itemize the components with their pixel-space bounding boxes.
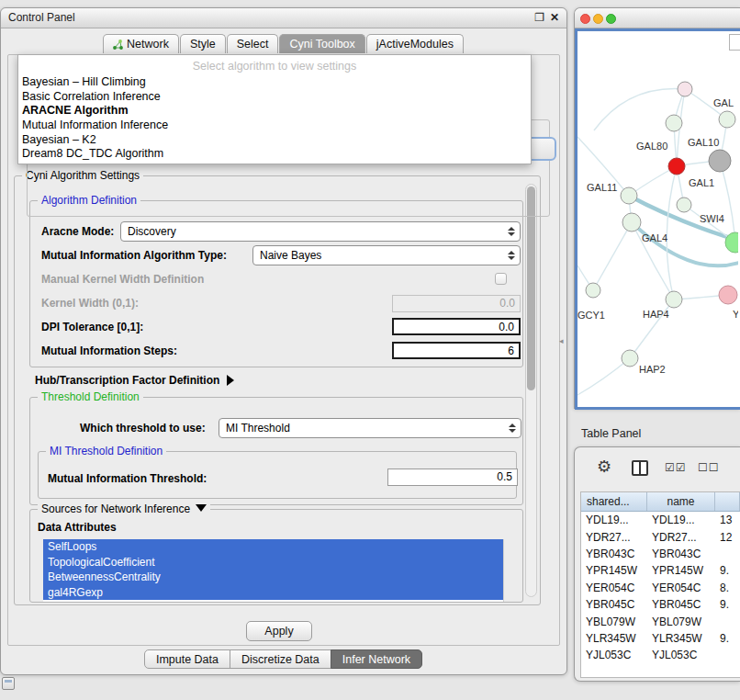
attribute-item-betweennesscentrality[interactable]: BetweennessCentrality xyxy=(43,570,503,585)
tab-cyni-toolbox[interactable]: Cyni Toolbox xyxy=(279,34,364,53)
algo-option-aracne-algorithm[interactable]: ARACNE Algorithm xyxy=(18,104,531,119)
minimized-panel-icon[interactable] xyxy=(2,677,15,690)
network-node[interactable] xyxy=(666,291,682,308)
aracne-mode-select[interactable]: Discovery xyxy=(120,221,521,242)
table-row[interactable]: YDR27...YDR27...12 xyxy=(581,528,740,545)
mi-algorithm-type-select[interactable]: Naive Bayes xyxy=(252,245,521,265)
table-cell[interactable]: YBL079W xyxy=(581,615,647,628)
float-window-icon[interactable]: ❐ xyxy=(534,11,544,25)
network-node[interactable] xyxy=(621,187,637,204)
settings-scrollbar-thumb[interactable] xyxy=(527,186,535,390)
close-window-icon[interactable]: ✕ xyxy=(550,11,559,25)
which-threshold-select[interactable]: MI Threshold xyxy=(219,418,521,438)
table-cell[interactable]: 9. xyxy=(715,598,740,611)
apply-button[interactable]: Apply xyxy=(246,621,312,641)
table-cell[interactable]: 9. xyxy=(715,632,740,645)
network-node[interactable] xyxy=(622,350,638,367)
table-cell[interactable]: YBL079W xyxy=(647,615,715,628)
network-window-titlebar[interactable] xyxy=(575,8,740,28)
network-node[interactable] xyxy=(719,111,735,128)
table-cell[interactable]: 9. xyxy=(715,564,740,577)
mi-threshold-field[interactable]: 0.5 xyxy=(387,469,518,486)
network-node[interactable] xyxy=(719,286,737,304)
network-view-window: GALGAL80GAL10GAL11GAL1SWI4GAL4GCY1HAP4YH… xyxy=(574,7,740,409)
table-cell[interactable]: YBR045C xyxy=(581,598,647,611)
table-cell[interactable]: YDL19... xyxy=(647,514,715,526)
table-row[interactable]: YBL079WYBL079W xyxy=(581,613,740,629)
bottom-tab-impute-data[interactable]: Impute Data xyxy=(144,649,230,669)
table-cell[interactable]: YDL19... xyxy=(581,514,647,526)
attribute-item-topologicalcoefficient[interactable]: TopologicalCoefficient xyxy=(43,555,503,570)
network-node[interactable] xyxy=(666,115,682,131)
table-cell[interactable]: YDR27... xyxy=(581,531,647,544)
table-cell[interactable]: YDR27... xyxy=(647,531,715,544)
table-row[interactable]: YLR345WYLR345W9. xyxy=(581,630,740,647)
select-all-columns-icon[interactable]: ☑☑ xyxy=(665,461,687,474)
deselect-all-columns-icon[interactable]: ☐☐ xyxy=(698,461,720,474)
tab-style[interactable]: Style xyxy=(180,34,226,53)
network-node[interactable] xyxy=(709,150,731,172)
column-header-extra[interactable] xyxy=(715,492,740,511)
mi-steps-field[interactable]: 6 xyxy=(392,342,521,359)
attribute-item-gal4rgexp[interactable]: gal4RGexp xyxy=(43,585,503,601)
table-cell[interactable]: YPR145W xyxy=(581,564,647,577)
table-toolbar: ⚙ ☑☑ ☐☐ xyxy=(580,451,740,490)
column-header-shared[interactable]: shared... xyxy=(581,492,647,511)
table-row[interactable]: YBR045CYBR045C9. xyxy=(581,596,740,613)
settings-scrollbar[interactable] xyxy=(525,184,537,597)
sources-group-title[interactable]: Sources for Network Inference xyxy=(38,502,210,515)
table-cell[interactable]: YLR345W xyxy=(581,632,647,645)
table-row[interactable]: YBR043CYBR043C xyxy=(581,546,740,562)
network-node[interactable] xyxy=(668,158,685,175)
mac-close-button[interactable] xyxy=(580,14,590,24)
table-cell[interactable]: YPR145W xyxy=(647,564,715,577)
table-cell[interactable]: 8. xyxy=(715,581,740,594)
table-cell[interactable]: YJL053C xyxy=(581,649,647,661)
control-panel-titlebar[interactable]: Control Panel ❐ ✕ xyxy=(1,8,566,28)
table-cell[interactable]: YER054C xyxy=(581,581,647,594)
gear-icon[interactable]: ⚙ xyxy=(597,458,611,475)
algo-option-bayesian-k2[interactable]: Bayesian – K2 xyxy=(18,133,531,148)
table-cell[interactable]: 12 xyxy=(715,531,740,544)
list-scrollbar[interactable] xyxy=(503,539,515,602)
table-row[interactable]: YDL19...YDL19...13 xyxy=(581,512,740,528)
network-node[interactable] xyxy=(622,213,641,231)
table-cell[interactable]: YBR043C xyxy=(647,548,715,560)
table-cell[interactable]: 13 xyxy=(715,514,740,526)
table-cell[interactable]: YER054C xyxy=(647,581,715,594)
dpi-tolerance-field[interactable]: 0.0 xyxy=(392,318,521,335)
table-row[interactable]: YER054CYER054C8. xyxy=(581,580,740,596)
tab-jactivemodules[interactable]: jActiveModules xyxy=(366,34,464,53)
kernel-width-field[interactable]: 0.0 xyxy=(392,295,521,312)
mi-steps-label: Mutual Information Steps: xyxy=(41,344,177,357)
mac-zoom-button[interactable] xyxy=(606,14,616,24)
mac-minimize-button[interactable] xyxy=(593,14,603,24)
hub-tf-section-toggle[interactable]: Hub/Transcription Factor Definition xyxy=(35,371,234,388)
columns-icon[interactable] xyxy=(632,460,648,476)
network-tab-icon xyxy=(113,40,123,50)
algo-option-basic-correlation-inference[interactable]: Basic Correlation Inference xyxy=(18,90,531,105)
algo-option-bayesian-hill-climbing[interactable]: Bayesian – Hill Climbing xyxy=(18,75,531,90)
splitter-handle[interactable]: ◂ xyxy=(559,336,564,345)
table-cell[interactable]: YBR045C xyxy=(647,598,715,611)
bottom-tab-infer-network[interactable]: Infer Network xyxy=(331,649,422,669)
tab-network[interactable]: Network xyxy=(103,34,179,53)
network-canvas[interactable]: GALGAL80GAL10GAL11GAL1SWI4GAL4GCY1HAP4YH… xyxy=(575,28,740,410)
table-cell[interactable]: YLR345W xyxy=(647,632,715,645)
table-cell[interactable]: YBR043C xyxy=(581,548,647,560)
table-row[interactable]: YJL053CYJL053C xyxy=(581,647,740,663)
table-row[interactable]: YPR145WYPR145W9. xyxy=(581,562,740,579)
network-node[interactable] xyxy=(586,283,600,298)
algo-option-dream8-dc-tdc-algorithm[interactable]: Dream8 DC_TDC Algorithm xyxy=(18,147,531,162)
bottom-tab-discretize-data[interactable]: Discretize Data xyxy=(230,649,331,669)
network-node[interactable] xyxy=(677,198,691,212)
algo-option-mutual-information-inference[interactable]: Mutual Information Inference xyxy=(18,119,531,133)
tab-select[interactable]: Select xyxy=(227,34,279,53)
column-header-name[interactable]: name xyxy=(647,492,715,511)
table-cell[interactable]: YJL053C xyxy=(647,649,715,661)
kernel-width-label: Kernel Width (0,1): xyxy=(41,297,139,310)
attribute-item-selfloops[interactable]: SelfLoops xyxy=(43,539,503,555)
network-node[interactable] xyxy=(678,82,692,96)
network-scrollbar-stub[interactable] xyxy=(729,34,740,51)
manual-kernel-width-checkbox[interactable] xyxy=(495,273,507,285)
